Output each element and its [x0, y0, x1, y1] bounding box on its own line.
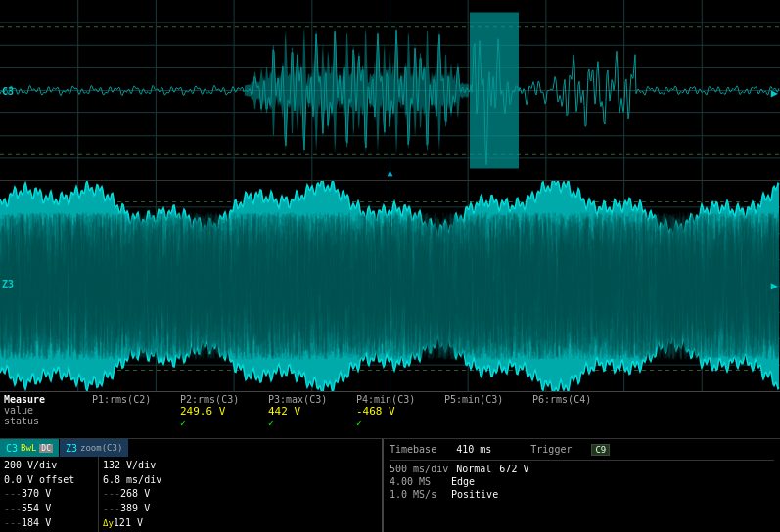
z3-line3: --- 268 V [103, 487, 192, 501]
top-right-arrow: ▶ [771, 86, 778, 100]
z3-line5: Δy 121 V [103, 516, 192, 530]
c3-tab[interactable]: C3 BwL DC [0, 439, 60, 457]
c3-line5: --- 184 V [4, 516, 94, 530]
channel-params: 200 V/div 0.0 V offset --- 370 V --- 554… [0, 457, 382, 532]
oscilloscope-display: C3 ▶ ▲ Z3 ▶ Measure value status P1:rms(… [0, 0, 780, 532]
z3-line4: --- 389 V [103, 502, 192, 515]
c3-line3: --- 370 V [4, 487, 94, 501]
z3-params: 132 V/div 6.8 ms/div --- 268 V --- 389 V [98, 457, 196, 532]
bottom-waveform-panel: Z3 ▶ [0, 181, 780, 391]
measure-p2: P2:rms(C3) 249.6 V ✓ [180, 394, 249, 428]
trigger-rate-row: 4.00 MS Edge [390, 476, 774, 487]
z3-vdiv: 132 V/div [103, 459, 192, 472]
c3-params: 200 V/div 0.0 V offset --- 370 V --- 554… [0, 457, 98, 532]
measure-p1: P1:rms(C2) [92, 394, 161, 405]
measure-p6: P6:rms(C4) [532, 394, 601, 405]
right-status-panel: Timebase 410 ms Trigger C9 500 ms/div No… [382, 439, 780, 532]
measure-p3: P3:max(C3) 442 V ✓ [268, 394, 337, 428]
trigger-slope-row: 1.0 MS/s Positive [390, 489, 774, 500]
measure-p4: P4:min(C3) -468 V ✓ [356, 394, 425, 428]
trigger-sample-row: 500 ms/div Normal 672 V [390, 464, 774, 474]
c3-vdiv: 200 V/div [4, 459, 94, 472]
trigger-section: 500 ms/div Normal 672 V 4.00 MS Edge 1.0… [390, 461, 774, 500]
status-bar: C3 BwL DC Z3 zoom(C3) 200 V/div 0.0 V of… [0, 438, 780, 532]
c3-line4: --- 554 V [4, 502, 94, 515]
measure-header: Measure value status [4, 394, 72, 426]
measure-p5: P5:min(C3) [444, 394, 513, 405]
z3-tab[interactable]: Z3 zoom(C3) [60, 439, 129, 457]
measurement-bar: Measure value status P1:rms(C2) P2:rms(C… [0, 391, 780, 438]
c3-channel-label: C3 [2, 86, 14, 97]
bottom-right-arrow: ▶ [771, 279, 778, 292]
z3-channel-label: Z3 [2, 279, 14, 289]
trigger-arrow: ▲ [387, 167, 392, 178]
timebase-row: Timebase 410 ms Trigger C9 [390, 441, 774, 461]
left-status-panel: C3 BwL DC Z3 zoom(C3) 200 V/div 0.0 V of… [0, 439, 382, 532]
trigger-badge: C9 [591, 444, 610, 456]
top-waveform-panel: C3 ▶ ▲ [0, 0, 780, 181]
z3-tdiv: 6.8 ms/div [103, 473, 192, 487]
c3-offset: 0.0 V offset [4, 473, 94, 487]
channel-tabs: C3 BwL DC Z3 zoom(C3) [0, 439, 382, 457]
